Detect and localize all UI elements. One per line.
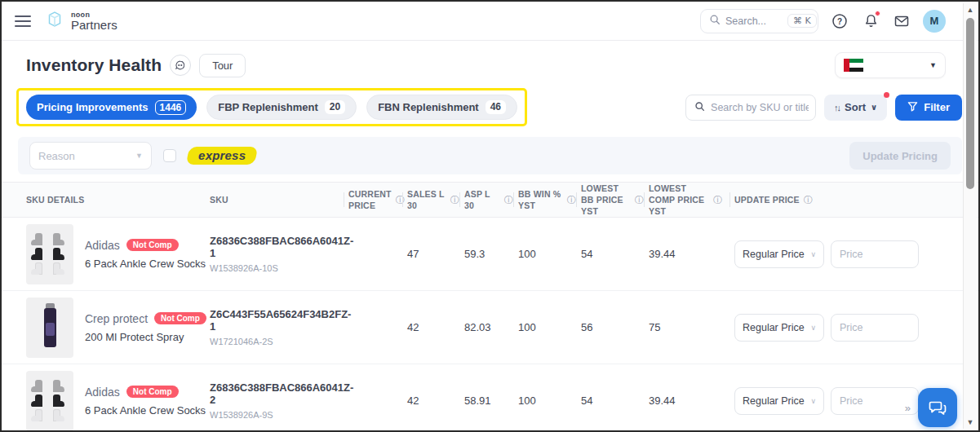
price-type-select[interactable]: Regular Price ∨ <box>734 387 824 415</box>
info-icon[interactable]: ⓘ <box>804 194 813 206</box>
col-lowest-bb-price-yst: LOWEST BB PRICE YSTⓘ <box>581 183 649 218</box>
filter-label: Filter <box>924 101 950 113</box>
bb-win-yst-value: 100 <box>518 321 581 333</box>
sku-sub-code: W1538926A-10S <box>210 263 348 273</box>
sku-code: Z6836C388FBAC866A6041Z-1 <box>210 235 348 259</box>
global-search[interactable]: ⌘ K <box>700 9 818 33</box>
scroll-up-arrow[interactable]: ▲ <box>964 6 977 14</box>
user-avatar[interactable]: M <box>923 10 946 33</box>
chevron-down-icon: ∨ <box>871 103 877 112</box>
update-pricing-button[interactable]: Update Pricing <box>849 142 951 170</box>
brand-name: Adidas <box>85 386 120 399</box>
country-selector[interactable]: ▼ <box>835 52 946 78</box>
sku-search[interactable] <box>685 95 816 121</box>
bb-win-yst-value: 100 <box>518 248 581 260</box>
bulk-actions-toolbar: Reason ▼ express Update Pricing <box>18 137 962 174</box>
lowest-comp-yst-value: 39.44 <box>649 395 734 407</box>
svg-text:?: ? <box>837 16 842 25</box>
sku-search-input[interactable] <box>711 102 809 113</box>
sku-sub-code: W1721046A-2S <box>210 337 348 346</box>
tab-fbn-replenishment[interactable]: FBN Replenishment 46 <box>366 95 517 120</box>
reason-select[interactable]: Reason ▼ <box>29 142 152 170</box>
info-icon[interactable]: ⓘ <box>635 194 644 206</box>
price-type-select[interactable]: Regular Price ∨ <box>734 314 824 342</box>
tab-count-badge: 46 <box>486 100 506 114</box>
keyboard-shortcut-badge: ⌘ K <box>787 14 817 28</box>
col-bb-win-yst: BB WIN % YSTⓘ <box>518 188 581 211</box>
info-icon[interactable]: ⓘ <box>567 194 576 206</box>
sort-label: Sort <box>845 101 866 113</box>
help-icon[interactable]: ? <box>830 11 849 31</box>
topbar-actions: ⌘ K ? M <box>700 9 946 33</box>
mail-icon[interactable] <box>892 11 911 31</box>
filter-button[interactable]: Filter <box>895 95 962 121</box>
collapse-arrows-icon[interactable]: » <box>905 402 911 414</box>
app-window: noon Partners ⌘ K ? M <box>0 0 980 432</box>
col-update-price: UPDATE PRICEⓘ <box>734 194 962 206</box>
col-sku-details: SKU DETAILS <box>26 194 210 205</box>
not-comp-badge: Not Comp <box>154 312 206 324</box>
product-title: 200 Ml Protect Spray <box>85 331 206 343</box>
sort-arrows-icon: ↑↓ <box>834 103 840 112</box>
price-type-select[interactable]: Regular Price ∨ <box>734 240 824 268</box>
tab-label: FBP Replenishment <box>218 101 318 113</box>
info-icon[interactable]: ⓘ <box>450 194 459 206</box>
tab-count-badge: 1446 <box>155 100 187 115</box>
price-type-value: Regular Price <box>743 249 805 260</box>
page-title: Inventory Health <box>26 55 162 75</box>
info-icon[interactable]: ⓘ <box>504 194 513 206</box>
table-row: Adidas Not Comp 6 Pack Ankle Crew Socks … <box>2 364 978 432</box>
chevron-down-icon: ▼ <box>929 61 937 69</box>
table-row: Crep protect Not Comp 200 Ml Protect Spr… <box>2 291 978 364</box>
sku-sub-code: W1538926A-9S <box>210 410 348 420</box>
pricing-table: SKU DETAILS SKU CURRENT PRICEⓘ SALES L 3… <box>2 182 978 432</box>
tab-count-badge: 20 <box>325 100 345 114</box>
vertical-scrollbar[interactable]: ▲ ▼ <box>963 3 977 429</box>
tab-fbp-replenishment[interactable]: FBP Replenishment 20 <box>206 95 357 120</box>
scrollbar-thumb[interactable] <box>966 18 974 189</box>
chevron-down-icon: ▼ <box>135 152 143 160</box>
search-icon <box>709 14 721 29</box>
hamburger-menu-icon[interactable] <box>15 15 31 27</box>
product-image-spray <box>26 298 73 358</box>
express-badge: express <box>186 147 258 165</box>
scroll-down-arrow[interactable]: ▼ <box>964 418 977 426</box>
tour-button[interactable]: Tour <box>199 54 246 77</box>
noon-cube-icon <box>44 9 65 33</box>
global-search-input[interactable] <box>725 15 783 27</box>
express-checkbox[interactable] <box>163 149 176 162</box>
table-row: Adidas Not Comp 6 Pack Ankle Crew Socks … <box>2 218 978 291</box>
tab-pricing-improvements[interactable]: Pricing Improvements 1446 <box>26 95 197 120</box>
notification-dot <box>875 11 880 16</box>
uae-flag-icon <box>844 59 863 72</box>
price-input[interactable] <box>831 314 919 342</box>
col-sku: SKU <box>210 194 348 205</box>
asp-l30-value: 58.91 <box>464 395 518 407</box>
not-comp-badge: Not Comp <box>126 239 179 251</box>
chat-fab-zone: » <box>905 388 957 427</box>
brand-text: noon Partners <box>71 11 118 31</box>
brand-name: Adidas <box>85 239 120 252</box>
sku-code: Z6C443F55A65624F34B2FZ-1 <box>210 308 348 333</box>
tabs-row: Pricing Improvements 1446 FBP Replenishm… <box>2 85 978 126</box>
info-icon[interactable]: ⓘ <box>396 194 405 206</box>
lowest-bb-yst-value: 56 <box>581 321 649 333</box>
sales-l30-value: 47 <box>407 248 464 260</box>
price-input[interactable] <box>831 240 919 268</box>
col-lowest-comp-price-yst: LOWEST COMP PRICE YSTⓘ <box>649 183 734 218</box>
product-image-socks <box>26 371 73 431</box>
support-chat-button[interactable] <box>918 388 957 427</box>
top-bar: noon Partners ⌘ K ? M <box>2 2 978 41</box>
feedback-chat-icon[interactable] <box>170 55 191 76</box>
tab-label: FBN Replenishment <box>378 101 479 113</box>
brand-logo[interactable]: noon Partners <box>44 9 118 33</box>
notifications-bell-icon[interactable] <box>861 11 880 31</box>
price-type-value: Regular Price <box>743 395 805 407</box>
col-sales-l30: SALES L 30ⓘ <box>407 188 464 211</box>
sort-button[interactable]: ↑↓ Sort ∨ <box>824 95 887 121</box>
not-comp-badge: Not Comp <box>126 386 179 398</box>
chevron-down-icon: ∨ <box>810 324 816 332</box>
info-icon[interactable]: ⓘ <box>713 194 722 206</box>
brand-name: Crep protect <box>85 312 148 325</box>
product-image-socks <box>26 224 73 284</box>
